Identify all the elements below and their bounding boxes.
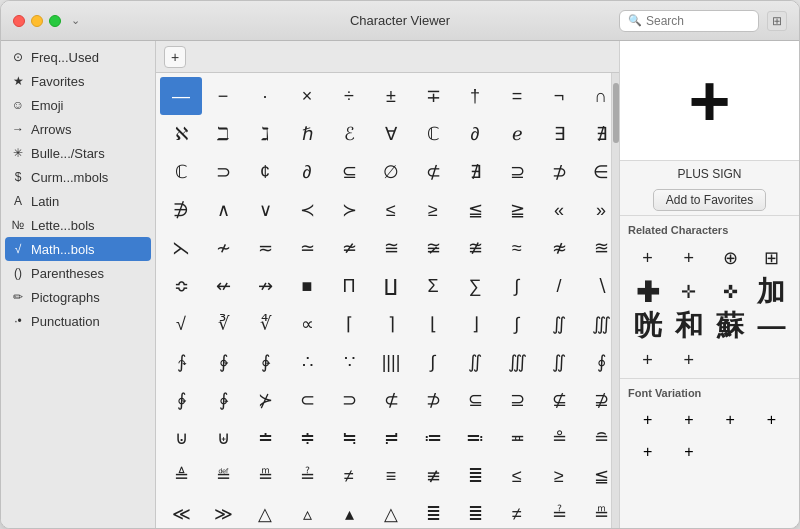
char-cell[interactable]: « (538, 191, 580, 229)
char-cell[interactable]: ∳ (202, 381, 244, 419)
char-cell[interactable]: |||| (370, 343, 412, 381)
char-cell[interactable]: ⊆ (454, 381, 496, 419)
sidebar-item-latin[interactable]: ALatin (1, 189, 155, 213)
char-cell[interactable]: ⊃ (328, 381, 370, 419)
char-cell[interactable]: ℰ (328, 115, 370, 153)
font-variation-cell[interactable]: + (669, 405, 708, 435)
char-cell[interactable]: ≺ (286, 191, 328, 229)
scrollbar-track[interactable] (611, 73, 619, 528)
char-cell[interactable]: ∐ (370, 267, 412, 305)
char-cell[interactable]: ≞ (580, 495, 611, 528)
char-cell[interactable]: ≥ (538, 457, 580, 495)
related-char-cell[interactable]: + (669, 242, 708, 274)
font-variation-cell[interactable]: + (752, 405, 791, 435)
char-cell[interactable]: ⊅ (412, 381, 454, 419)
related-char-cell[interactable]: 蘇 (711, 310, 750, 342)
char-cell[interactable]: ⊄ (412, 153, 454, 191)
char-cell[interactable]: ∄ (454, 153, 496, 191)
char-cell[interactable]: ∳ (244, 343, 286, 381)
char-cell[interactable]: △ (244, 495, 286, 528)
font-variation-cell[interactable]: + (711, 405, 750, 435)
char-cell[interactable]: ∀ (370, 115, 412, 153)
char-cell[interactable]: ℏ (286, 115, 328, 153)
char-cell[interactable]: ▴ (328, 495, 370, 528)
search-box[interactable]: 🔍 (619, 10, 759, 32)
char-cell[interactable]: ⊂ (286, 381, 328, 419)
char-cell[interactable]: = (496, 77, 538, 115)
sidebar-item-math[interactable]: √Math...bols (5, 237, 151, 261)
char-cell[interactable]: ⊇ (496, 153, 538, 191)
sidebar-item-currency[interactable]: $Curm...mbols (1, 165, 155, 189)
sidebar-item-pictographs[interactable]: ✏Pictographs (1, 285, 155, 309)
char-cell[interactable]: ÷ (328, 77, 370, 115)
char-cell[interactable]: − (202, 77, 244, 115)
char-cell[interactable]: ≦ (454, 191, 496, 229)
char-cell[interactable]: ± (370, 77, 412, 115)
char-cell[interactable]: ⌋ (454, 305, 496, 343)
char-cell[interactable]: ≓ (370, 419, 412, 457)
char-cell[interactable]: ∜ (244, 305, 286, 343)
related-char-cell[interactable]: 和 (669, 310, 708, 342)
related-char-cell[interactable]: 咣 (628, 310, 667, 342)
char-cell[interactable]: √ (160, 305, 202, 343)
sidebar-item-parentheses[interactable]: ()Parentheses (1, 261, 155, 285)
char-cell[interactable]: Σ (412, 267, 454, 305)
char-cell[interactable]: ∲ (160, 381, 202, 419)
char-cell[interactable]: ¬ (538, 77, 580, 115)
char-cell[interactable]: ⊆ (328, 153, 370, 191)
sidebar-item-emoji[interactable]: ☺Emoji (1, 93, 155, 117)
char-cell[interactable]: ↛ (244, 267, 286, 305)
char-cell[interactable]: ≅ (370, 229, 412, 267)
char-cell[interactable]: ∱ (160, 343, 202, 381)
char-cell[interactable]: ∮ (580, 343, 611, 381)
sidebar-item-favorites[interactable]: ★Favorites (1, 69, 155, 93)
char-cell[interactable]: ∂ (454, 115, 496, 153)
related-char-cell[interactable]: ✛ (669, 276, 708, 308)
char-cell[interactable]: ≇ (454, 229, 496, 267)
char-cell[interactable]: † (454, 77, 496, 115)
char-cell[interactable]: ≜ (160, 457, 202, 495)
char-cell[interactable]: ⊁ (244, 381, 286, 419)
char-cell[interactable]: ∄ (580, 115, 611, 153)
sidebar-item-freq-used[interactable]: ⊙Freq...Used (1, 45, 155, 69)
char-cell[interactable]: ⊍ (160, 419, 202, 457)
char-cell[interactable]: ≫ (202, 495, 244, 528)
char-cell[interactable]: Π (328, 267, 370, 305)
related-char-cell[interactable]: ⊞ (752, 242, 791, 274)
char-cell[interactable]: ⊅ (538, 153, 580, 191)
char-cell[interactable]: ∑ (454, 267, 496, 305)
char-cell[interactable]: ∩ (580, 77, 611, 115)
char-cell[interactable]: ≔ (412, 419, 454, 457)
char-cell[interactable]: ∭ (580, 305, 611, 343)
char-cell[interactable]: ⊈ (538, 381, 580, 419)
sidebar-item-letters[interactable]: №Lette...bols (1, 213, 155, 237)
char-cell[interactable]: ≟ (538, 495, 580, 528)
char-cell[interactable]: ≠ (496, 495, 538, 528)
related-char-cell[interactable]: ✜ (711, 276, 750, 308)
char-cell[interactable]: ⌈ (328, 305, 370, 343)
related-char-cell[interactable]: + (628, 344, 667, 376)
search-input[interactable] (646, 14, 750, 28)
char-cell[interactable]: ℷ (244, 115, 286, 153)
char-cell[interactable]: ∬ (538, 305, 580, 343)
sidebar-item-arrows[interactable]: →Arrows (1, 117, 155, 141)
related-char-cell[interactable]: + (669, 344, 708, 376)
char-cell[interactable]: △ (370, 495, 412, 528)
char-cell[interactable]: ≂ (244, 229, 286, 267)
char-cell[interactable]: ≉ (538, 229, 580, 267)
char-cell[interactable]: ≁ (202, 229, 244, 267)
char-cell[interactable]: ⊇ (496, 381, 538, 419)
related-char-cell[interactable]: + (628, 242, 667, 274)
char-cell[interactable]: ≤ (496, 457, 538, 495)
char-cell[interactable]: ¢ (244, 153, 286, 191)
related-char-cell[interactable]: ⊕ (711, 242, 750, 274)
char-cell[interactable]: ■ (286, 267, 328, 305)
related-char-cell[interactable]: ✚ (628, 276, 667, 308)
char-cell[interactable]: ≦ (580, 457, 611, 495)
char-cell[interactable]: / (538, 267, 580, 305)
related-char-cell[interactable]: — (752, 310, 791, 342)
char-cell[interactable]: ∌ (160, 191, 202, 229)
char-cell[interactable]: ℶ (202, 115, 244, 153)
char-cell[interactable]: ⌉ (370, 305, 412, 343)
char-cell[interactable]: ⊉ (580, 381, 611, 419)
